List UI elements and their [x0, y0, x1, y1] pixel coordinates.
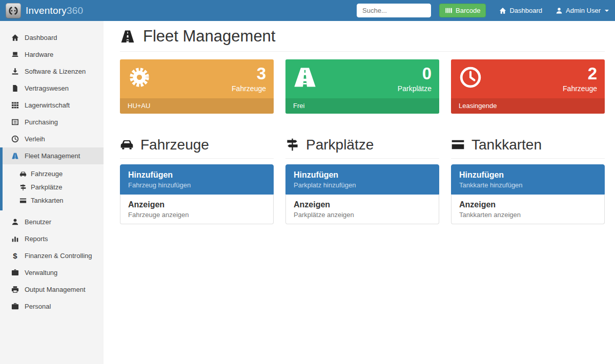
signpost-icon [285, 138, 299, 152]
credit-card-icon [19, 197, 27, 204]
section-title: Tankkarten [471, 136, 542, 153]
sidebar-item-reports[interactable]: Reports [0, 230, 104, 247]
add-fahrzeug-item[interactable]: Hinzufügen Fahrzeug hinzufügen [120, 164, 274, 195]
briefcase-icon [11, 269, 19, 276]
page-title: Fleet Management [143, 27, 275, 46]
user-menu[interactable]: Admin User [556, 7, 609, 14]
sidebar-item-lagerwirtschaft[interactable]: Lagerwirtschaft [0, 97, 104, 114]
sidebar-item-label: Verleih [25, 135, 45, 143]
sidebar-subitem-label: Fahrzeuge [31, 170, 63, 178]
action-title: Hinzufügen [128, 170, 265, 180]
action-title: Hinzufügen [294, 170, 431, 180]
sidebar-item-finanzen-controlling[interactable]: $ Finanzen & Controlling [0, 247, 104, 264]
stat-footer[interactable]: Leasingende [451, 98, 605, 114]
barcode-button[interactable]: Barcode [439, 4, 486, 17]
dollar-icon: $ [11, 251, 19, 260]
action-description: Fahrzeuge anzeigen [128, 211, 265, 219]
sidebar-item-label: Fleet Management [25, 152, 80, 160]
fleet-submenu: Fahrzeuge Parkplätze Tankkarten [3, 164, 104, 210]
download-icon [11, 68, 19, 75]
section-header: Fahrzeuge [120, 136, 274, 159]
stat-card-leasingende[interactable]: 2 Fahrzeuge Leasingende [451, 59, 605, 114]
file-icon [11, 84, 19, 92]
sidebar-item-label: Benutzer [25, 218, 51, 226]
navbar-right: Barcode Dashboard Admin User [357, 4, 615, 17]
stat-footer[interactable]: Frei [285, 98, 439, 114]
signpost-icon [19, 184, 27, 191]
sidebar-item-label: Output Management [25, 285, 86, 294]
clock-icon [11, 135, 19, 143]
section-tankkarten: Tankkarten Hinzufügen Tankkarte hinzufüg… [451, 136, 605, 224]
sidebar-item-dashboard[interactable]: Dashboard [0, 29, 104, 46]
brand-name: Inventory [26, 5, 67, 16]
section-actions: Hinzufügen Fahrzeug hinzufügen Anzeigen … [120, 164, 274, 224]
section-actions: Hinzufügen Parkplatz hinzufügen Anzeigen… [285, 164, 439, 224]
brand[interactable]: Inventory360 [0, 3, 89, 18]
action-description: Parkplätze anzeigen [294, 211, 431, 219]
section-actions: Hinzufügen Tankkarte hinzufügen Anzeigen… [451, 164, 605, 224]
sidebar-item-benutzer[interactable]: Benutzer [0, 213, 104, 230]
grid-icon [11, 101, 19, 109]
view-tankkarten-item[interactable]: Anzeigen Tankkarten anzeigen [451, 195, 605, 224]
user-icon [11, 218, 19, 226]
sidebar-item-personal[interactable]: Personal [0, 298, 104, 315]
section-header: Parkplätze [285, 136, 439, 159]
road-icon [293, 66, 317, 89]
section-title: Parkplätze [306, 136, 374, 153]
sidebar-item-software-lizenzen[interactable]: Software & Lizenzen [0, 63, 104, 80]
stat-card-hu-au[interactable]: 3 Fahrzeuge HU+AU [120, 59, 274, 114]
sidebar-subitem-parkplaetze[interactable]: Parkplätze [3, 181, 104, 194]
action-title: Hinzufügen [459, 170, 597, 180]
barcode-button-label: Barcode [456, 7, 480, 14]
road-icon [11, 152, 19, 160]
action-description: Tankkarten anzeigen [459, 211, 597, 219]
road-icon [120, 29, 135, 44]
sidebar-item-label: Reports [25, 234, 48, 243]
home-icon [499, 7, 506, 14]
stat-card-frei[interactable]: 0 Parkplätze Frei [285, 59, 439, 114]
sidebar-item-fleet-management[interactable]: Fleet Management [3, 147, 104, 164]
sidebar-item-hardware[interactable]: Hardware [0, 46, 104, 63]
action-description: Tankkarte hinzufügen [459, 181, 597, 189]
sidebar-item-label: Dashboard [25, 33, 57, 42]
sidebar-subitem-label: Parkplätze [31, 183, 62, 191]
stat-card-body: 3 Fahrzeuge [120, 59, 274, 98]
search-input[interactable] [357, 4, 431, 17]
car-icon [120, 138, 134, 152]
nav-dashboard-link[interactable]: Dashboard [499, 7, 542, 14]
app-logo-icon [6, 3, 21, 18]
add-tankkarte-item[interactable]: Hinzufügen Tankkarte hinzufügen [451, 164, 605, 195]
sidebar-subitem-label: Tankkarten [31, 197, 64, 205]
sidebar-item-label: Finanzen & Controlling [25, 251, 92, 260]
action-description: Fahrzeug hinzufügen [128, 181, 265, 189]
section-header: Tankkarten [451, 136, 605, 159]
section-fahrzeuge: Fahrzeuge Hinzufügen Fahrzeug hinzufügen… [120, 136, 274, 224]
sidebar-item-output-management[interactable]: Output Management [0, 281, 104, 298]
main-content: Fleet Management 3 Fahrzeuge HU+AU 0 Par… [104, 21, 615, 364]
cog-icon [128, 66, 151, 89]
add-parkplatz-item[interactable]: Hinzufügen Parkplatz hinzufügen [285, 164, 439, 195]
stat-footer[interactable]: HU+AU [120, 98, 274, 114]
credit-card-icon [451, 138, 465, 152]
sidebar-item-purchasing[interactable]: Purchasing [0, 114, 104, 131]
stat-cards-row: 3 Fahrzeuge HU+AU 0 Parkplätze Frei 2 Fa… [120, 59, 605, 114]
sections-row: Fahrzeuge Hinzufügen Fahrzeug hinzufügen… [120, 136, 605, 224]
bar-chart-icon [11, 235, 19, 243]
sidebar-item-verwaltung[interactable]: Verwaltung [0, 264, 104, 281]
sidebar-item-verleih[interactable]: Verleih [0, 131, 104, 147]
sidebar-item-vertragswesen[interactable]: Vertragswesen [0, 80, 104, 97]
sidebar-item-label: Vertragswesen [25, 84, 69, 93]
stat-card-body: 2 Fahrzeuge [451, 59, 605, 98]
user-icon [556, 7, 563, 14]
page-header: Fleet Management [120, 27, 605, 52]
barcode-icon [445, 7, 453, 14]
clock-icon [459, 66, 482, 89]
sidebar-subitem-tankkarten[interactable]: Tankkarten [3, 194, 104, 207]
suitcase-icon [11, 303, 19, 310]
view-fahrzeuge-item[interactable]: Anzeigen Fahrzeuge anzeigen [120, 195, 274, 224]
caret-down-icon [605, 10, 609, 12]
action-title: Anzeigen [294, 200, 431, 209]
sidebar-subitem-fahrzeuge[interactable]: Fahrzeuge [3, 167, 104, 181]
view-parkplaetze-item[interactable]: Anzeigen Parkplätze anzeigen [285, 195, 439, 224]
printer-icon [11, 286, 19, 293]
